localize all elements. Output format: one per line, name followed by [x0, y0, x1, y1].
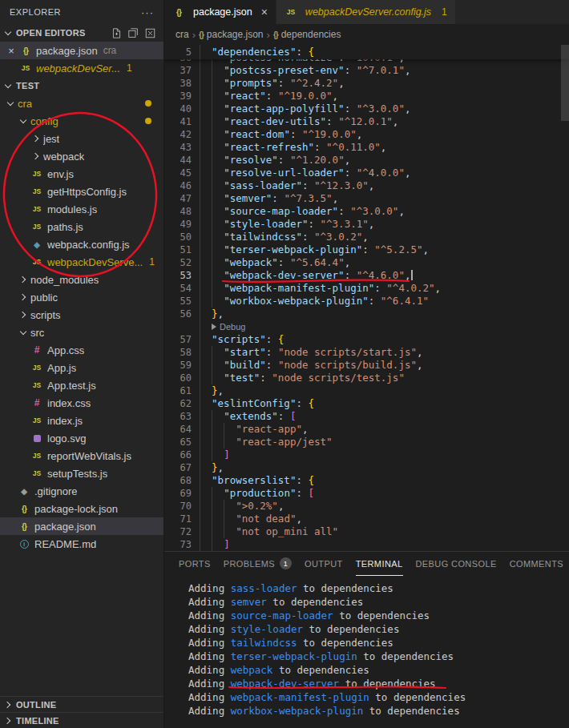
close-icon[interactable]: × — [261, 6, 268, 18]
code-line-54[interactable]: 54 "webpack-manifest-plugin": "^4.0.2", — [164, 282, 569, 295]
tree-file-app-js[interactable]: JSApp.js — [0, 359, 163, 376]
save-all-icon[interactable] — [128, 28, 139, 38]
workspace-header[interactable]: TEST — [0, 77, 163, 95]
code-line-49[interactable]: 49 "style-loader": "^3.3.1", — [164, 218, 569, 231]
js-file-icon: JS — [30, 185, 43, 198]
panel-tab-terminal[interactable]: TERMINAL — [356, 552, 403, 576]
code-line-55[interactable]: 55 "workbox-webpack-plugin": "^6.4.1" — [164, 295, 569, 308]
tree-file-index-css[interactable]: #index.css — [0, 394, 163, 412]
code-line-48[interactable]: 48 "source-map-loader": "^3.0.0", — [164, 205, 569, 218]
code-line-53[interactable]: 53 "webpack-dev-server": "^4.6.0", — [164, 269, 569, 282]
codelens-debug[interactable]: Debug — [164, 320, 569, 333]
code-line-50[interactable]: 50 "tailwindcss": "^3.0.2", — [164, 231, 569, 243]
tree-folder-webpack[interactable]: webpack — [0, 147, 163, 165]
panel-tab-debug-console[interactable]: DEBUG CONSOLE — [416, 552, 497, 576]
code-line-46[interactable]: 46 "sass-loader": "^12.3.0", — [164, 179, 569, 192]
sticky-scroll-line[interactable]: 5 "dependencies": { — [164, 45, 569, 59]
tree-folder-cra[interactable]: cra — [0, 95, 163, 112]
code-line-61[interactable]: 61 }, — [164, 384, 569, 397]
code-line-38[interactable]: 38 "prompts": "^2.4.2", — [164, 77, 569, 90]
outline-header[interactable]: OUTLINE — [0, 696, 163, 712]
close-all-editors-icon[interactable] — [145, 28, 155, 38]
tree-file-gitignore[interactable]: ◆.gitignore — [0, 482, 163, 500]
code-line-37[interactable]: 37 "postcss-preset-env": "^7.0.1", — [164, 64, 569, 77]
code-line-66[interactable]: 66 ] — [164, 448, 569, 461]
tree-file-webpackdevserve[interactable]: JSwebpackDevServe...1 — [0, 253, 163, 271]
code-line-5[interactable]: 5 "dependencies": { — [164, 45, 569, 59]
tab-webpackdevserver-config-js[interactable]: JSwebpackDevServer.config.js1 — [276, 0, 456, 24]
more-actions-icon[interactable]: ··· — [141, 6, 154, 18]
tree-folder-scripts[interactable]: scripts — [0, 306, 163, 324]
tree-file-app-test-js[interactable]: JSApp.test.js — [0, 376, 163, 394]
tree-item-label: modules.js — [47, 203, 97, 215]
code-line-45[interactable]: 45 "resolve-url-loader": "^4.0.0", — [164, 167, 569, 179]
tree-file-setuptests-js[interactable]: JSsetupTests.js — [0, 465, 163, 482]
close-icon[interactable]: × — [5, 45, 18, 57]
code-line-58[interactable]: 58 "start": "node scripts/start.js", — [164, 346, 569, 359]
code-line-70[interactable]: 70 ">0.2%", — [164, 500, 569, 513]
tree-file-app-css[interactable]: #App.css — [0, 341, 163, 359]
tree-folder-public[interactable]: public — [0, 288, 163, 306]
code-text: ">0.2%", — [200, 500, 284, 513]
code-text: "style-loader": "^3.3.1", — [200, 218, 374, 231]
tab-package-json[interactable]: {}package.json× — [164, 0, 276, 24]
code-line-39[interactable]: 39 "react": "^19.0.0", — [164, 90, 569, 103]
tree-file-readme-md[interactable]: iREADME.md — [0, 535, 163, 553]
tree-file-index-js[interactable]: JSindex.js — [0, 412, 163, 429]
tree-file-package-lock-json[interactable]: {}package-lock.json — [0, 500, 163, 517]
code-line-69[interactable]: 69 "production": [ — [164, 487, 569, 500]
tree-file-gethttpsconfig-js[interactable]: JSgetHttpsConfig.js — [0, 183, 163, 200]
code-line-72[interactable]: 72 "not op_mini all" — [164, 525, 569, 538]
open-editor-package-json[interactable]: ×{}package.jsoncra — [0, 42, 163, 59]
code-line-51[interactable]: 51 "terser-webpack-plugin": "^5.2.5", — [164, 243, 569, 256]
terminal-output[interactable]: Adding sass-loader to dependenciesAdding… — [164, 576, 569, 728]
code-line-60[interactable]: 60 "test": "node scripts/test.js" — [164, 372, 569, 384]
code-line-59[interactable]: 59 "build": "node scripts/build.js", — [164, 359, 569, 372]
code-line-52[interactable]: 52 "webpack": "^5.64.4", — [164, 256, 569, 269]
tree-file-reportwebvitals-js[interactable]: JSreportWebVitals.js — [0, 447, 163, 465]
editor-scrollbar[interactable] — [561, 45, 569, 121]
tree-file-webpack-config-js[interactable]: ◆webpack.config.js — [0, 235, 163, 253]
code-line-71[interactable]: 71 "not dead", — [164, 513, 569, 525]
code-text: "postcss-preset-env": "^7.0.1", — [200, 64, 410, 77]
breadcrumb-item-dependencies[interactable]: {}dependencies — [273, 29, 341, 40]
code-line-62[interactable]: 62 "eslintConfig": { — [164, 397, 569, 410]
panel-tab-ports[interactable]: PORTS — [179, 552, 211, 576]
open-editor-webpackdevser[interactable]: JSwebpackDevSer...1 — [0, 59, 163, 77]
code-editor[interactable]: 36 "postcss-normalize": "10.0.1",37 "pos… — [164, 45, 569, 551]
open-editors-header[interactable]: OPEN EDITORS — [0, 24, 163, 42]
code-line-65[interactable]: 65 "react-app/jest" — [164, 436, 569, 448]
code-line-43[interactable]: 43 "react-refresh": "^0.11.0", — [164, 141, 569, 154]
open-editor-label: webpackDevSer... — [36, 62, 120, 74]
tree-file-logo-svg[interactable]: logo.svg — [0, 429, 163, 447]
code-line-41[interactable]: 41 "react-dev-utils": "^12.0.1", — [164, 115, 569, 128]
breadcrumb-item-cra[interactable]: cra — [176, 29, 189, 40]
code-line-56[interactable]: 56 }, — [164, 308, 569, 320]
panel-tab-bar: PORTSPROBLEMS1OUTPUTTERMINALDEBUG CONSOL… — [164, 552, 569, 576]
tree-folder-src[interactable]: src — [0, 324, 163, 341]
tree-file-paths-js[interactable]: JSpaths.js — [0, 218, 163, 235]
code-line-73[interactable]: 73 ] — [164, 538, 569, 551]
tree-folder-config[interactable]: config — [0, 112, 163, 130]
tree-folder-jest[interactable]: jest — [0, 130, 163, 147]
breadcrumb-item-package-json[interactable]: {}package.json — [199, 29, 264, 40]
line-number: 71 — [164, 513, 192, 525]
code-line-47[interactable]: 47 "semver": "^7.3.5", — [164, 192, 569, 205]
tree-file-env-js[interactable]: JSenv.js — [0, 165, 163, 183]
code-line-63[interactable]: 63 "extends": [ — [164, 410, 569, 423]
timeline-header[interactable]: TIMELINE — [0, 712, 163, 728]
tree-file-modules-js[interactable]: JSmodules.js — [0, 200, 163, 218]
code-line-67[interactable]: 67 }, — [164, 461, 569, 474]
tree-folder-node-modules[interactable]: node_modules — [0, 271, 163, 288]
tree-file-package-json[interactable]: {}package.json — [0, 517, 163, 535]
code-line-64[interactable]: 64 "react-app", — [164, 423, 569, 436]
code-line-42[interactable]: 42 "react-dom": "^19.0.0", — [164, 128, 569, 141]
code-line-68[interactable]: 68 "browserslist": { — [164, 474, 569, 487]
code-line-40[interactable]: 40 "react-app-polyfill": "^3.0.0", — [164, 103, 569, 115]
panel-tab-problems[interactable]: PROBLEMS1 — [224, 552, 292, 576]
code-line-44[interactable]: 44 "resolve": "^1.20.0", — [164, 154, 569, 167]
panel-tab-comments[interactable]: COMMENTS — [510, 552, 563, 576]
code-line-57[interactable]: 57 "scripts": { — [164, 333, 569, 346]
panel-tab-output[interactable]: OUTPUT — [305, 552, 343, 576]
new-file-icon[interactable] — [111, 28, 122, 38]
